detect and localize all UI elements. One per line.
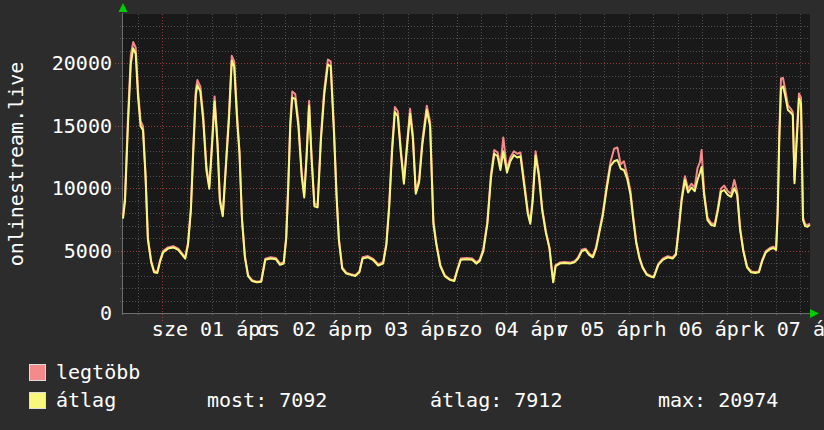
x-tick-label: sze 01 ápr: [152, 319, 272, 339]
y-tick-label: 15000: [0, 116, 112, 136]
y-tick-label: 10000: [0, 178, 112, 198]
rrd-graph-panel: onlinestream.live 05000100001500020000 s…: [0, 0, 824, 430]
y-tick-label: 5000: [0, 241, 112, 261]
legend-label-atlag: átlag: [56, 390, 116, 410]
stat-atlag: átlag: 7912: [430, 390, 562, 410]
x-tick-label: cs 02 ápr: [256, 319, 364, 339]
legend-label-legtobb: legtöbb: [56, 362, 140, 382]
legend-swatch-legtobb: [29, 364, 46, 381]
y-axis-arrow-icon: [119, 3, 128, 12]
x-tick-label: h 06 ápr: [655, 319, 751, 339]
stat-max: max: 20974: [658, 390, 778, 410]
stat-most: most: 7092: [207, 390, 327, 410]
x-tick-label: szo 04 ápr: [446, 319, 566, 339]
x-tick-label: v 05 ápr: [556, 319, 652, 339]
y-tick-label: 0: [0, 303, 112, 323]
legend-swatch-atlag: [29, 392, 46, 409]
x-tick-label: k 07 ápr: [753, 319, 824, 339]
y-tick-label: 20000: [0, 53, 112, 73]
x-tick-label: p 03 ápr: [360, 319, 456, 339]
